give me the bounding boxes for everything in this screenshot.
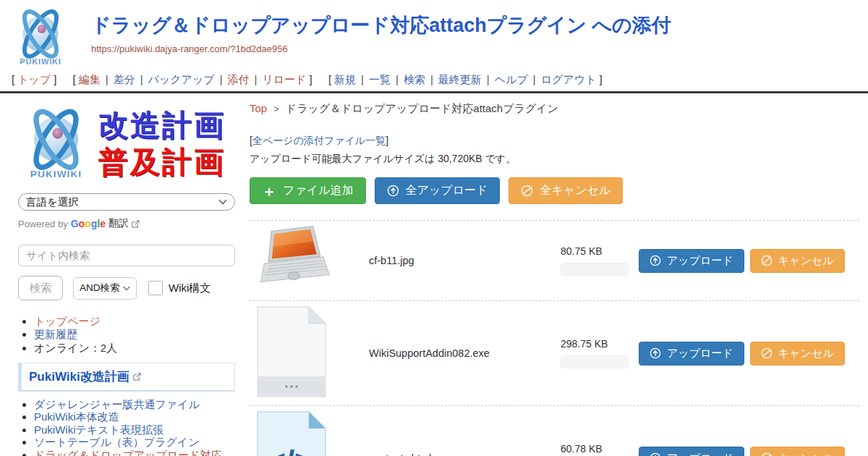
cancel-file-label: キャンセル — [778, 347, 834, 360]
bracket: [ — [12, 73, 14, 85]
site-search-input[interactable] — [18, 245, 235, 266]
page-url-link[interactable]: https://pukiwiki.dajya-ranger.com/?1bd2d… — [91, 43, 288, 54]
bracket: ] — [386, 135, 388, 146]
header-text-block: ドラッグ＆ドロップアップロード対応attachプラグイン への添付 https:… — [91, 6, 671, 55]
nav-separator: | — [533, 73, 536, 85]
nav-separator: | — [487, 73, 490, 85]
ban-icon — [521, 185, 533, 197]
upload-icon — [650, 347, 661, 359]
nav-separator: | — [140, 73, 143, 85]
nav-item-list[interactable]: 一覧 — [369, 73, 391, 85]
google-translate-attribution: Powered by Google 翻訳 — [18, 217, 250, 230]
nav-group-page-actions: [編集|差分|バックアップ|添付|リロード] — [70, 73, 315, 85]
nav-item-backup[interactable]: バックアップ — [148, 73, 215, 85]
nav-separator: | — [220, 73, 223, 85]
cancel-file-button[interactable]: キャンセル — [750, 249, 845, 273]
html-code-file-icon: </> — [257, 411, 326, 456]
nav-separator: | — [430, 73, 433, 85]
upload-file-button[interactable]: アップロード — [639, 447, 744, 456]
search-mode-value: AND検索 — [80, 282, 120, 295]
file-size: 80.75 KB — [561, 245, 639, 257]
laptop-photo-thumbnail — [257, 226, 331, 292]
bracket: [ — [328, 73, 331, 85]
nav-item-logout[interactable]: ログアウト — [541, 73, 597, 85]
list-item: トップページ — [34, 315, 250, 327]
breadcrumb-home-link[interactable]: Top — [250, 102, 267, 114]
upload-icon — [387, 185, 399, 197]
sidebar-item-text-extension[interactable]: PukiWikiテキスト表現拡張 — [34, 423, 163, 436]
file-size: 298.75 KB — [561, 338, 639, 350]
file-name: cf-b11.jpg — [369, 255, 561, 266]
generic-file-icon — [257, 306, 326, 397]
pukiwiki-sidebar-logo: PUKIWIKI — [18, 104, 94, 185]
nav-separator: | — [255, 73, 258, 85]
list-item: PukiWiki本体改造 — [34, 411, 235, 423]
list-item: 更新履歴 — [34, 328, 250, 340]
ban-icon — [761, 255, 773, 266]
pukiwiki-logo: PUKIWIKI — [7, 6, 74, 69]
upload-progress-bar — [561, 355, 629, 368]
chevron-down-icon — [123, 286, 130, 291]
sidebar-item-sort-table[interactable]: ソートテーブル（表）プラグイン — [34, 436, 200, 448]
cancel-all-button[interactable]: 全キャンセル — [509, 177, 623, 204]
search-mode-select[interactable]: AND検索 — [73, 277, 137, 300]
breadcrumb-separator: > — [273, 104, 279, 114]
google-letter: o — [85, 218, 91, 229]
upload-all-label: 全アップロード — [406, 183, 488, 198]
cancel-file-label: キャンセル — [778, 452, 834, 456]
sidebar-heading-pukiwiki-kaizo[interactable]: PukiWiki改造計画 — [18, 363, 235, 392]
cancel-file-label: キャンセル — [778, 254, 834, 268]
upload-file-button[interactable]: アップロード — [639, 249, 744, 273]
cancel-file-button[interactable]: キャンセル — [750, 447, 845, 456]
file-upload-list: cf-b11.jpg 80.75 KB アップロード キャンセル — [250, 220, 859, 456]
main-content: Top>ドラッグ＆ドロップアップロード対応attachプラグイン [全ページの添… — [250, 93, 868, 456]
sidebar-item-dragdrop-attach[interactable]: ドラッグ＆ドロップアップロード対応attachプラグイン — [34, 449, 222, 456]
sidebar-logo-block: PUKIWIKI 改造計画 普及計画 — [18, 104, 250, 185]
nav-item-diff[interactable]: 差分 — [114, 73, 135, 85]
translate-label: 翻訳 — [109, 217, 129, 230]
language-select[interactable]: 言語を選択 — [18, 193, 235, 211]
file-row: WikiSupportAddin082.exe 298.75 KB アップロード… — [250, 300, 859, 405]
upload-all-button[interactable]: 全アップロード — [375, 177, 501, 204]
bracket: ] — [310, 73, 312, 85]
file-thumbnail-cell: </> — [250, 411, 369, 456]
nav-item-top[interactable]: トップ — [17, 73, 51, 85]
file-size: 60.78 KB — [561, 443, 639, 455]
google-letter: e — [100, 218, 106, 229]
nav-separator: | — [396, 73, 399, 85]
add-file-button[interactable]: ＋ ファイル追加 — [250, 177, 366, 204]
nav-item-attach[interactable]: 添付 — [228, 73, 250, 85]
wiki-syntax-checkbox[interactable] — [148, 281, 163, 295]
sidebar-item-common-files[interactable]: ダジャレンジャー版共通ファイル — [34, 398, 200, 410]
list-item: ソートテーブル（表）プラグイン — [34, 436, 235, 449]
upload-file-button[interactable]: アップロード — [639, 342, 744, 366]
sidebar-quick-links: トップページ 更新履歴 オンライン：2人 — [18, 315, 250, 354]
cancel-file-button[interactable]: キャンセル — [750, 342, 845, 366]
nav-item-search[interactable]: 検索 — [404, 73, 425, 85]
ban-icon — [761, 347, 773, 359]
sidebar-item-update-history[interactable]: 更新履歴 — [34, 328, 77, 340]
nav-item-new[interactable]: 新規 — [334, 73, 356, 85]
google-letter: g — [91, 218, 98, 229]
nav-item-recent[interactable]: 最終更新 — [438, 73, 482, 85]
nav-separator: | — [106, 73, 109, 85]
file-actions: アップロード キャンセル — [639, 249, 845, 273]
upload-icon — [650, 452, 661, 456]
plus-icon: ＋ — [262, 184, 276, 198]
all-pages-attachments-link[interactable]: 全ページの添付ファイル一覧 — [252, 135, 386, 146]
nav-item-edit[interactable]: 編集 — [79, 73, 101, 85]
chevron-down-icon — [218, 199, 227, 205]
slogan-block: 改造計画 普及計画 — [98, 107, 226, 182]
bracket: ] — [54, 73, 56, 85]
slogan-fukyu: 普及計画 — [98, 144, 226, 181]
sidebar-item-core-mods[interactable]: PukiWiki本体改造 — [34, 410, 119, 423]
nav-item-reload[interactable]: リロード — [262, 73, 306, 85]
file-row: cf-b11.jpg 80.75 KB アップロード キャンセル — [250, 220, 859, 300]
external-link-icon — [132, 220, 140, 228]
upload-toolbar: ＋ ファイル追加 全アップロード 全キャンセル — [250, 177, 868, 204]
sidebar-item-top-page[interactable]: トップページ — [34, 315, 101, 327]
search-button[interactable]: 検索 — [18, 276, 63, 300]
list-item: ダジャレンジャー版共通ファイル — [34, 399, 235, 411]
nav-item-help[interactable]: ヘルプ — [495, 73, 528, 85]
slogan-kaizo: 改造計画 — [98, 107, 226, 144]
